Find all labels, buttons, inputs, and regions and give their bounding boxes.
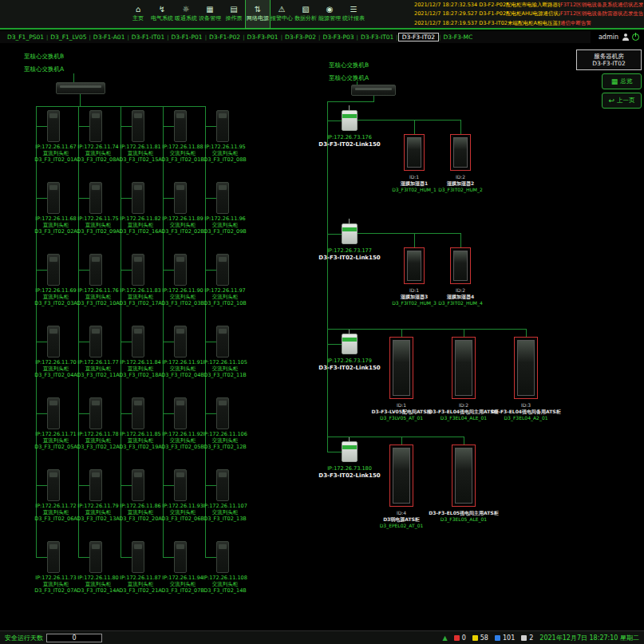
- core-switch-right[interactable]: [351, 85, 396, 96]
- gateway-icon[interactable]: [342, 110, 358, 131]
- node-stub-line: [78, 198, 89, 199]
- cabinet-node-label: IP:172.26.11.107交流列头柜D3_F3_IT02_13B: [203, 503, 247, 522]
- room-subtitle: D3-F3-IT02: [592, 60, 625, 67]
- cabinet-node-icon[interactable]: [89, 110, 102, 142]
- cabinet-node-icon[interactable]: [174, 541, 187, 573]
- gateway-ip: IP:172.26.73.180: [318, 465, 381, 472]
- safe-days-value: 0: [46, 634, 102, 642]
- cabinet-node-icon[interactable]: [132, 541, 144, 573]
- cabinet-node-icon[interactable]: [89, 541, 102, 573]
- cabinet-node-icon[interactable]: [47, 397, 60, 429]
- node-type: 交流列头柜: [160, 365, 205, 372]
- back-icon: ↩: [608, 97, 614, 105]
- node-type: 直流列头柜: [118, 509, 163, 516]
- node-stub-line: [163, 413, 174, 414]
- node-code: D3_F3_IT02_06B: [160, 516, 205, 522]
- gateway-icon[interactable]: [342, 334, 358, 354]
- device-box[interactable]: [389, 444, 413, 507]
- node-ip: IP:172.26.11.97: [203, 287, 247, 294]
- cabinet-node-icon[interactable]: [174, 469, 187, 501]
- node-stub-line: [205, 413, 216, 414]
- cabinet-node-icon[interactable]: [89, 397, 102, 429]
- node-type: 交流列头柜: [203, 294, 247, 300]
- cabinet-node-icon[interactable]: [216, 541, 229, 573]
- node-type: 直流列头柜: [76, 437, 121, 444]
- gateway-icon[interactable]: [342, 223, 358, 244]
- cabinet-node-label: IP:172.26.11.91交流列头柜D3_F3_IT02_04B: [160, 359, 205, 378]
- back-button[interactable]: ↩ 上一页: [602, 93, 642, 109]
- node-code: D3_F3_IT02_01A: [34, 156, 78, 163]
- cabinet-node-icon[interactable]: [216, 469, 229, 501]
- cabinet-node-icon[interactable]: [132, 254, 144, 286]
- cabinet-node-icon[interactable]: [174, 397, 187, 429]
- node-type: 直流列头柜: [76, 294, 121, 300]
- room-title: 服务器机房: [594, 53, 624, 60]
- device-cabinet-image: [393, 340, 410, 396]
- node-type: 直流列头柜: [34, 581, 78, 587]
- column-bus-line: [163, 106, 164, 557]
- node-type: 交流列头柜: [160, 294, 205, 300]
- right-uplink-a: 至核心交换机A: [329, 74, 369, 82]
- device-drop-line: [414, 120, 415, 134]
- gateway-ip: IP:172.26.73.177: [318, 247, 381, 254]
- device-box[interactable]: [514, 337, 538, 399]
- core-switch-left[interactable]: [56, 82, 105, 94]
- cabinet-node-icon[interactable]: [174, 110, 187, 142]
- cabinet-node-icon[interactable]: [89, 469, 102, 501]
- alarm-count-critical: 0: [454, 634, 466, 642]
- cabinet-node-icon[interactable]: [216, 254, 229, 286]
- cabinet-node-icon[interactable]: [132, 326, 144, 358]
- column-bus-line: [36, 106, 37, 557]
- node-code: D3_F3_IT02_06A: [34, 516, 78, 522]
- cabinet-node-icon[interactable]: [174, 182, 187, 214]
- gateway-icon[interactable]: [342, 441, 358, 462]
- node-code: D3_F3_IT02_14A: [76, 587, 121, 594]
- cabinet-node-icon[interactable]: [216, 326, 229, 358]
- switch-drop-line: [80, 94, 81, 106]
- overview-button[interactable]: ▦ 总览: [602, 73, 642, 89]
- node-ip: IP:172.26.11.85: [118, 431, 163, 437]
- cabinet-node-icon[interactable]: [132, 110, 144, 142]
- alarm-count-value: 0: [462, 634, 466, 642]
- device-box[interactable]: [452, 337, 476, 399]
- cabinet-node-icon[interactable]: [47, 110, 60, 142]
- device-box[interactable]: [450, 134, 471, 171]
- node-stub-line: [163, 126, 174, 127]
- device-box[interactable]: [450, 247, 471, 284]
- device-box[interactable]: [452, 444, 476, 507]
- cabinet-node-icon[interactable]: [47, 182, 60, 214]
- cabinet-node-icon[interactable]: [216, 110, 229, 142]
- safe-days-label: 安全运行天数: [5, 634, 43, 642]
- cabinet-node-icon[interactable]: [132, 397, 144, 429]
- cabinet-node-label: IP:172.26.11.76直流列头柜D3_F3_IT02_10A: [76, 287, 121, 306]
- cabinet-node-icon[interactable]: [132, 469, 144, 501]
- device-box[interactable]: [389, 337, 413, 399]
- node-ip: IP:172.26.11.72: [34, 503, 78, 509]
- device-box[interactable]: [404, 247, 425, 284]
- node-code: D3_F3_IT02_19A: [118, 444, 163, 450]
- cabinet-node-icon[interactable]: [89, 182, 102, 214]
- cabinet-node-icon[interactable]: [89, 326, 102, 358]
- cabinet-node-icon[interactable]: [47, 254, 60, 286]
- device-box[interactable]: [404, 134, 425, 171]
- alarm-count-major: 58: [472, 634, 488, 642]
- cabinet-node-icon[interactable]: [132, 182, 144, 214]
- cabinet-node-icon[interactable]: [216, 397, 229, 429]
- device-bus-line: [358, 120, 460, 121]
- info-icon: [521, 635, 527, 641]
- node-type: 交流列头柜: [203, 509, 247, 516]
- cabinet-node-icon[interactable]: [89, 254, 102, 286]
- node-code: D3_F3_IT02_03B: [160, 300, 205, 306]
- cabinet-node-icon[interactable]: [47, 326, 60, 358]
- cabinet-node-icon[interactable]: [47, 469, 60, 501]
- node-code: D3_F3_IT02_04B: [160, 372, 205, 378]
- device-drop-line: [460, 120, 461, 134]
- cabinet-node-label: IP:172.26.11.82直流列头柜D3_F3_IT02_16A: [118, 215, 163, 235]
- cabinet-node-label: IP:172.26.11.95交流列头柜D3_F3_IT02_08B: [203, 144, 247, 163]
- cabinet-node-icon[interactable]: [47, 541, 60, 573]
- node-ip: IP:172.26.11.71: [34, 431, 78, 437]
- cabinet-node-icon[interactable]: [216, 182, 229, 214]
- alarm-trend-icon: ▲: [443, 634, 448, 642]
- cabinet-node-icon[interactable]: [174, 326, 187, 358]
- cabinet-node-icon[interactable]: [174, 254, 187, 286]
